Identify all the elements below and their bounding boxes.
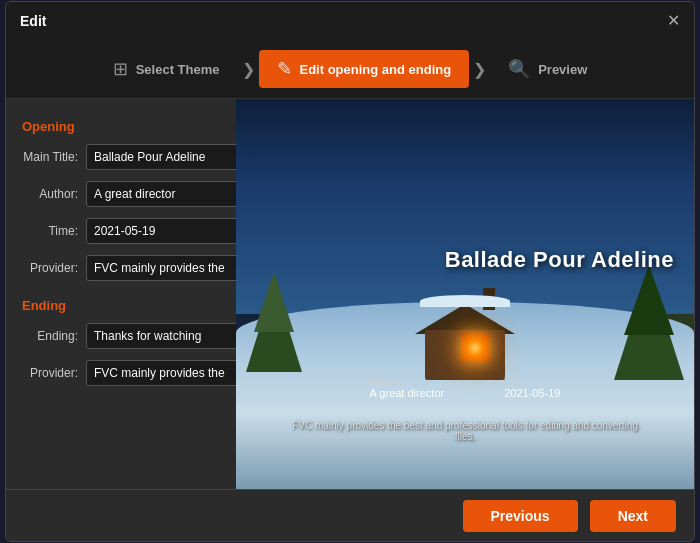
step-select-theme-label: Select Theme: [136, 62, 220, 77]
step-preview[interactable]: 🔍 Preview: [490, 50, 605, 88]
time-info-key: Time:: [504, 376, 560, 387]
author-info-key: Author:: [370, 376, 445, 387]
roof-snow: [420, 295, 510, 307]
dialog-title: Edit: [20, 13, 46, 29]
preview-info-row: Author: A great director Time: 2021-05-1…: [259, 376, 671, 399]
step-preview-label: Preview: [538, 62, 587, 77]
step-arrow-2: ❯: [469, 60, 490, 79]
provider-ending-label: Provider:: [22, 366, 86, 380]
main-title-row: Main Title:: [22, 144, 220, 170]
ending-label: Ending:: [22, 329, 86, 343]
step-edit-label: Edit opening and ending: [300, 62, 452, 77]
provider-ending-row: Provider:: [22, 360, 220, 386]
ending-section-label: Ending: [22, 298, 220, 313]
provider-ending-input[interactable]: [86, 360, 236, 386]
main-content: Opening Main Title: Author: Time: Provid…: [6, 99, 694, 489]
footer: Previous Next: [6, 489, 694, 541]
edit-dialog: Edit ✕ ⊞ Select Theme ❯ ✎ Edit opening a…: [5, 1, 695, 542]
tree-right: [614, 270, 684, 380]
cabin: [415, 310, 515, 380]
opening-section-label: Opening: [22, 119, 220, 134]
theme-icon: ⊞: [113, 58, 128, 80]
author-info: Author: A great director: [370, 376, 445, 399]
preview-info: Author: A great director Time: 2021-05-1…: [259, 376, 671, 403]
main-title-label: Main Title:: [22, 150, 86, 164]
next-button[interactable]: Next: [590, 500, 676, 532]
ending-input[interactable]: [86, 323, 236, 349]
cabin-body: [425, 330, 505, 380]
preview-title: Ballade Pour Adeline: [445, 247, 674, 273]
time-info: Time: 2021-05-19: [504, 376, 560, 399]
preview-icon: 🔍: [508, 58, 530, 80]
provider-opening-label: Provider:: [22, 261, 86, 275]
left-panel: Opening Main Title: Author: Time: Provid…: [6, 99, 236, 489]
previous-button[interactable]: Previous: [463, 500, 578, 532]
titlebar: Edit ✕: [6, 2, 694, 40]
time-label: Time:: [22, 224, 86, 238]
provider-opening-input[interactable]: [86, 255, 236, 281]
author-input[interactable]: [86, 181, 236, 207]
preview-provider-text: FVC mainly provides the best and profess…: [282, 420, 648, 442]
step-edit-opening-ending[interactable]: ✎ Edit opening and ending: [259, 50, 470, 88]
author-label: Author:: [22, 187, 86, 201]
step-select-theme[interactable]: ⊞ Select Theme: [95, 50, 238, 88]
provider-opening-row: Provider:: [22, 255, 220, 281]
time-row: Time:: [22, 218, 220, 244]
edit-icon: ✎: [277, 58, 292, 80]
main-title-input[interactable]: [86, 144, 236, 170]
right-panel: Ballade Pour Adeline Author: A great dir…: [236, 99, 694, 489]
cabin-window: [461, 334, 489, 362]
tree-left: [246, 282, 302, 372]
ending-row: Ending:: [22, 323, 220, 349]
author-info-val: A great director: [370, 387, 445, 399]
steps-bar: ⊞ Select Theme ❯ ✎ Edit opening and endi…: [6, 40, 694, 99]
author-row: Author:: [22, 181, 220, 207]
preview-background: Ballade Pour Adeline Author: A great dir…: [236, 99, 694, 489]
time-input[interactable]: [86, 218, 236, 244]
close-button[interactable]: ✕: [667, 13, 680, 29]
step-arrow-1: ❯: [238, 60, 259, 79]
time-info-val: 2021-05-19: [504, 387, 560, 399]
